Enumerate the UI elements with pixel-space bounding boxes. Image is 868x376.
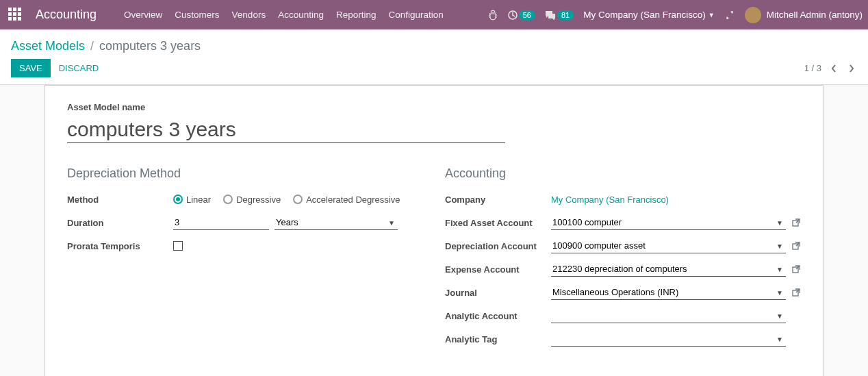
menu-overview[interactable]: Overview — [124, 10, 162, 20]
form-sheet: Asset Model name Depreciation Method Met… — [44, 85, 824, 376]
radio-icon — [223, 195, 233, 204]
menu-reporting[interactable]: Reporting — [336, 10, 376, 20]
journal-input[interactable] — [551, 285, 786, 300]
expense-account-input[interactable] — [551, 262, 786, 277]
radio-linear[interactable]: Linear — [173, 195, 211, 205]
nav-right: 56 81 My Company (San Francisco) ▼ Mitch… — [487, 7, 863, 23]
label-depreciation-account: Depreciation Account — [445, 241, 551, 251]
pager-prev[interactable] — [828, 62, 839, 75]
col-depreciation: Depreciation Method Method Linear Degres… — [67, 166, 423, 353]
pager-next[interactable] — [846, 62, 857, 75]
apps-icon[interactable] — [8, 8, 23, 23]
label-company: Company — [445, 195, 551, 205]
label-duration: Duration — [67, 218, 173, 228]
depreciation-account-input[interactable] — [551, 238, 786, 253]
app-brand[interactable]: Accounting — [36, 8, 97, 22]
activity-badge: 56 — [519, 10, 535, 20]
menu-vendors[interactable]: Vendors — [232, 10, 266, 20]
external-link-icon[interactable] — [791, 288, 801, 297]
duration-unit-select[interactable] — [275, 215, 398, 230]
analytic-tag-input[interactable] — [551, 331, 786, 347]
company-link[interactable]: My Company (San Francisco) — [551, 195, 669, 205]
menu-accounting[interactable]: Accounting — [278, 10, 324, 20]
external-link-icon[interactable] — [791, 218, 801, 227]
label-journal: Journal — [445, 288, 551, 298]
section-depreciation: Depreciation Method — [67, 166, 423, 181]
title-label: Asset Model name — [67, 102, 801, 112]
breadcrumb-current: computers 3 years — [99, 39, 201, 53]
breadcrumb: Asset Models / computers 3 years — [11, 39, 201, 53]
bug-icon[interactable] — [487, 10, 498, 21]
nav-menu: Overview Customers Vendors Accounting Re… — [124, 10, 444, 20]
asset-name-input[interactable] — [67, 116, 505, 143]
top-navbar: Accounting Overview Customers Vendors Ac… — [0, 0, 868, 29]
breadcrumb-parent[interactable]: Asset Models — [11, 39, 85, 53]
method-radio-group: Linear Degressive Accelerated Degressive — [173, 195, 423, 205]
col-accounting: Accounting Company My Company (San Franc… — [445, 166, 801, 353]
form-area: Asset Model name Depreciation Method Met… — [0, 85, 868, 376]
chevron-down-icon: ▼ — [709, 12, 715, 18]
duration-input[interactable] — [173, 215, 269, 230]
prorata-checkbox[interactable] — [173, 241, 183, 251]
label-prorata: Prorata Temporis — [67, 241, 173, 251]
control-panel: Asset Models / computers 3 years SAVE DI… — [0, 29, 868, 85]
radio-icon — [173, 195, 183, 204]
messages-badge: 81 — [557, 10, 574, 20]
pager-text[interactable]: 1 / 3 — [804, 63, 821, 73]
pager: 1 / 3 — [804, 62, 857, 75]
external-link-icon[interactable] — [791, 264, 801, 274]
debug-tools-icon[interactable] — [724, 10, 735, 21]
analytic-account-input[interactable] — [551, 308, 786, 323]
section-accounting: Accounting — [445, 166, 801, 181]
save-button[interactable]: SAVE — [11, 59, 51, 77]
activity-icon[interactable]: 56 — [508, 10, 535, 20]
label-expense-account: Expense Account — [445, 264, 551, 275]
label-analytic-tag: Analytic Tag — [445, 334, 551, 344]
messages-icon[interactable]: 81 — [545, 10, 574, 20]
radio-degressive[interactable]: Degressive — [223, 195, 281, 205]
label-fixed-asset: Fixed Asset Account — [445, 218, 551, 228]
menu-configuration[interactable]: Configuration — [388, 10, 443, 20]
discard-button[interactable]: DISCARD — [59, 63, 99, 73]
radio-icon — [293, 195, 303, 204]
external-link-icon[interactable] — [791, 241, 801, 251]
avatar — [745, 7, 761, 23]
label-method: Method — [67, 195, 173, 205]
company-selector[interactable]: My Company (San Francisco) ▼ — [583, 10, 714, 20]
company-name: My Company (San Francisco) — [583, 10, 706, 20]
label-analytic-account: Analytic Account — [445, 311, 551, 321]
user-name: Mitchell Admin (antony) — [767, 10, 863, 20]
menu-customers[interactable]: Customers — [175, 10, 219, 20]
radio-accelerated[interactable]: Accelerated Degressive — [293, 195, 400, 205]
user-menu[interactable]: Mitchell Admin (antony) — [745, 7, 863, 23]
fixed-asset-account-input[interactable] — [551, 215, 786, 230]
breadcrumb-sep: / — [90, 39, 94, 53]
